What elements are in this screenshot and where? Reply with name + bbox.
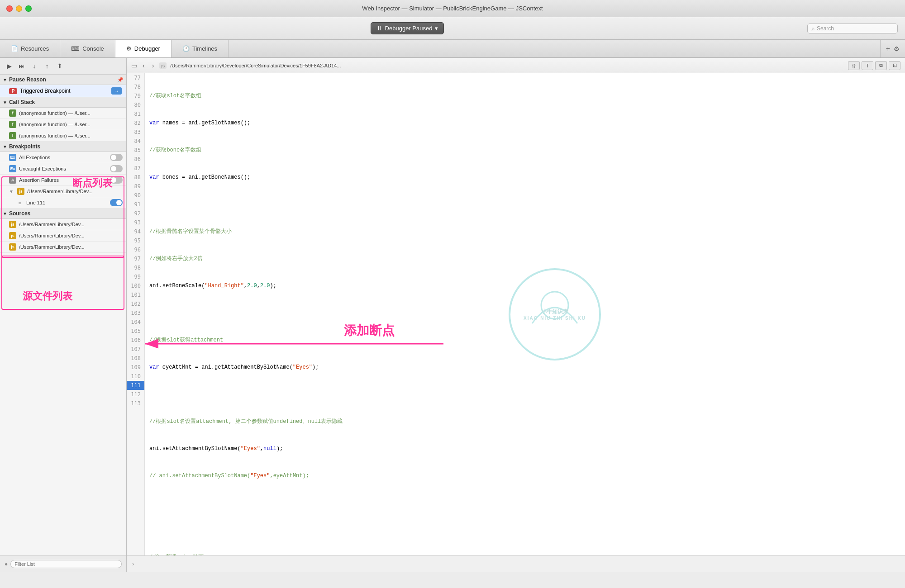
settings-icon[interactable]: ⚙ <box>894 45 900 52</box>
call-stack-title: Call Stack <box>9 99 35 105</box>
forward-button[interactable]: › <box>150 61 156 70</box>
line-103: 103 <box>127 308 144 318</box>
add-tab-button[interactable]: + <box>886 45 890 53</box>
code-line-78: var names = ani.getSlotNames(); <box>145 119 905 128</box>
left-panel-spacer <box>0 253 126 555</box>
line-100: 100 <box>127 281 144 290</box>
step-out-button[interactable]: ↑ <box>42 61 52 71</box>
line-82: 82 <box>127 119 144 128</box>
uncaught-exceptions-toggle[interactable] <box>110 165 123 172</box>
close-button[interactable] <box>6 5 13 12</box>
toolbar-right: ⌕ Search <box>807 24 898 33</box>
source-item-1[interactable]: js /Users/Rammer/Library/Dev... <box>0 230 126 242</box>
sources-header[interactable]: ▼ Sources <box>0 209 126 219</box>
line-111-toggle[interactable] <box>110 199 123 206</box>
code-line-87: var eyeAttMnt = ani.getAttachmentBySlotN… <box>145 363 905 372</box>
breakpoint-js-file[interactable]: ▼ js /Users/Rammer/Library/Dev... <box>0 186 126 197</box>
call-stack-text-1: (anonymous function) — /User... <box>19 122 123 127</box>
call-stack-header[interactable]: ▼ Call Stack <box>0 97 126 108</box>
debug-toolbar: ▶ ⏭ ↓ ↑ ⬆ <box>0 58 126 75</box>
continue-button[interactable]: ▶ <box>4 61 14 71</box>
line-111-icon: ≡ <box>16 199 24 206</box>
code-line-92 <box>145 498 905 507</box>
pin-icon[interactable]: 📌 <box>117 77 124 83</box>
line-86: 86 <box>127 155 144 164</box>
text-format-button[interactable]: T <box>862 61 873 70</box>
line-110: 110 <box>127 372 144 381</box>
tab-actions: + ⚙ <box>880 40 905 57</box>
code-line-80: var bones = ani.getBoneNames(); <box>145 173 905 182</box>
sidebar-toggle-icon[interactable]: ▭ <box>131 62 137 69</box>
code-line-91: // ani.setAttachmentBySlotName("Eyes",ey… <box>145 471 905 480</box>
line-77: 77 <box>127 73 144 82</box>
step-into-button[interactable]: ↓ <box>29 61 40 71</box>
left-bottom-bar: ● Filter List <box>0 555 126 572</box>
source-item-2[interactable]: js /Users/Rammer/Library/Dev... <box>0 242 126 253</box>
call-stack-item-2[interactable]: f (anonymous function) — /User... <box>0 130 126 142</box>
line-101: 101 <box>127 290 144 299</box>
line-81: 81 <box>127 109 144 119</box>
breakpoint-all-exceptions[interactable]: Ex All Exceptions <box>0 152 126 163</box>
search-label: Search <box>817 25 834 32</box>
toolbar-center: ⏸ Debugger Paused ▾ <box>371 22 444 34</box>
pause-reason-arrow[interactable]: → <box>111 87 122 95</box>
tab-resources[interactable]: 📄 Resources <box>0 40 60 57</box>
breakpoints-header[interactable]: ▼ Breakpoints <box>0 142 126 152</box>
line-96: 96 <box>127 245 144 254</box>
source-item-0[interactable]: js /Users/Rammer/Library/Dev... <box>0 219 126 230</box>
file-path-text: /Users/Rammer/Library/Developer/CoreSimu… <box>170 63 844 68</box>
line-79: 79 <box>127 91 144 100</box>
breakpoint-assertion-failures[interactable]: A Assertion Failures <box>0 175 126 186</box>
line-90: 90 <box>127 191 144 200</box>
all-exceptions-icon: Ex <box>9 154 16 161</box>
right-panel: ▭ ‹ › js /Users/Rammer/Library/Developer… <box>127 58 905 572</box>
debugger-paused-button[interactable]: ⏸ Debugger Paused ▾ <box>371 22 444 34</box>
pause-reason-item[interactable]: P Triggered Breakpoint → <box>0 85 126 97</box>
breakpoint-line-111[interactable]: ≡ Line 111 <box>0 197 126 209</box>
tab-console-label: Console <box>82 45 104 52</box>
search-box[interactable]: ⌕ Search <box>807 24 898 33</box>
all-exceptions-toggle[interactable] <box>110 154 123 161</box>
line-88: 88 <box>127 173 144 182</box>
line-104: 104 <box>127 318 144 327</box>
line-98: 98 <box>127 263 144 272</box>
maximize-button[interactable] <box>25 5 32 12</box>
tab-timelines[interactable]: 🕐 Timelines <box>171 40 229 57</box>
copy-format-button[interactable]: ⧉ <box>875 61 887 70</box>
filter-icon: ● <box>5 561 8 567</box>
breakpoint-uncaught-exceptions[interactable]: Ex Uncaught Exceptions <box>0 163 126 175</box>
breakpoints-title: Breakpoints <box>9 143 40 150</box>
dropdown-icon: ▾ <box>435 25 438 32</box>
window-title: Web Inspector — Simulator — PublicBrickE… <box>362 5 543 12</box>
tab-debugger[interactable]: ⚙ Debugger <box>115 40 171 57</box>
code-line-79: //获取bone名字数组 <box>145 146 905 155</box>
braces-format-button[interactable]: {} <box>848 61 860 70</box>
code-editor[interactable]: 77 78 79 80 81 82 83 84 85 86 87 88 89 9… <box>127 73 905 555</box>
play-icon: ⏸ <box>376 25 382 32</box>
assertion-failures-toggle[interactable] <box>110 176 123 184</box>
step-over-button[interactable]: ⏭ <box>16 61 27 71</box>
line-112: 112 <box>127 390 144 399</box>
triggered-breakpoint-label: Triggered Breakpoint <box>20 88 71 94</box>
js-file-icon: js <box>17 188 24 195</box>
step-forward-button[interactable]: ⬆ <box>54 61 65 71</box>
tab-console[interactable]: ⌨ Console <box>60 40 115 57</box>
line-107: 107 <box>127 345 144 354</box>
line-91: 91 <box>127 200 144 209</box>
call-stack-item-1[interactable]: f (anonymous function) — /User... <box>0 119 126 130</box>
maximize-format-button[interactable]: ⊡ <box>889 61 900 70</box>
all-exceptions-label: All Exceptions <box>19 155 50 160</box>
code-line-84: ani.setBoneScale("Hand_Right",2.0,2.0); <box>145 281 905 290</box>
back-button[interactable]: ‹ <box>141 61 147 70</box>
source-path-1: /Users/Rammer/Library/Dev... <box>19 233 123 238</box>
title-bar: Web Inspector — Simulator — PublicBrickE… <box>0 0 905 17</box>
filter-list-input[interactable]: Filter List <box>10 560 122 568</box>
pause-reason-header[interactable]: ▼ Pause Reason 📌 <box>0 75 126 85</box>
tab-debugger-label: Debugger <box>134 45 160 52</box>
minimize-button[interactable] <box>16 5 22 12</box>
line-108: 108 <box>127 354 144 363</box>
line-111-num: 111 <box>127 381 144 390</box>
call-stack-item-0[interactable]: f (anonymous function) — /User... <box>0 108 126 119</box>
search-icon: ⌕ <box>811 25 814 32</box>
filter-list-label: Filter List <box>14 561 35 567</box>
